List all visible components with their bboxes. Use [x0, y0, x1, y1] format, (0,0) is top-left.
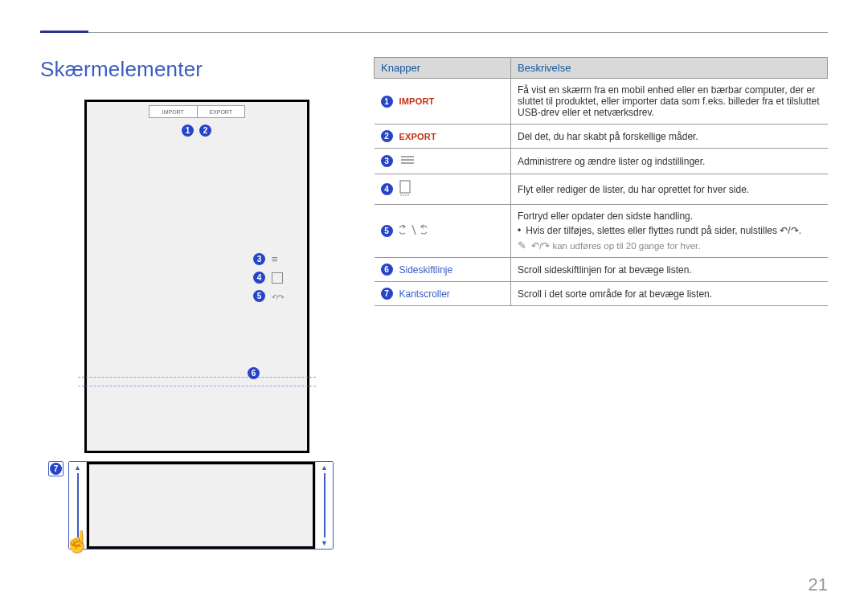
hamburger-icon: [399, 154, 416, 168]
table-row: 5: [375, 205, 828, 258]
row-desc: Del det, du har skabt på forskellige måd…: [511, 125, 828, 149]
th-buttons: Knapper: [375, 58, 511, 79]
undo-redo-icon: [272, 291, 283, 302]
sideskiftlinje-label: Sideskiftlinje: [399, 264, 453, 276]
diagram-import-export-tab: IMPORT EXPORT: [149, 105, 245, 118]
row5-bullet: Hvis der tilføjes, slettes eller flyttes…: [526, 225, 821, 236]
callout-7: 7: [50, 463, 62, 475]
page-icon: [272, 272, 283, 284]
callout-3: 3: [253, 253, 265, 265]
callout-2: 2: [199, 125, 211, 137]
section-heading: Skærmelementer: [40, 57, 342, 82]
row-desc: Scroll sideskiftlinjen for at bevæge lis…: [511, 258, 828, 282]
tab-export: EXPORT: [198, 109, 245, 115]
row-desc: Administrere og ændre lister og indstill…: [511, 149, 828, 174]
row-num: 6: [381, 264, 393, 276]
row-desc: Få vist en skærm fra en mobil enhed elle…: [511, 79, 828, 125]
export-label: EXPORT: [399, 132, 436, 141]
table-row: 1 IMPORT Få vist en skærm fra en mobil e…: [375, 79, 828, 125]
side-icons-group: 3 4 5: [253, 253, 283, 302]
buttons-table: Knapper Beskrivelse 1 IMPORT Få vist en …: [374, 57, 828, 306]
kantscroller-label: Kantscroller: [399, 288, 450, 300]
svg-line-5: [412, 225, 416, 235]
page-break-line: [78, 377, 316, 386]
screen-diagram: IMPORT EXPORT 1 2 3 4 5: [84, 100, 309, 453]
header-accent: [40, 31, 88, 33]
table-row: 3 Administrere og ændre lister og indsti…: [375, 149, 828, 174]
callout-1: 1: [182, 125, 194, 137]
callout-4: 4: [253, 272, 265, 284]
table-row: 2 EXPORT Del det, du har skabt på forske…: [375, 125, 828, 149]
table-row: 6 Sideskiftlinje Scroll sideskiftlinjen …: [375, 258, 828, 282]
callout-5: 5: [253, 290, 265, 302]
table-row: 4 Flyt eller rediger de lister, du har o…: [375, 174, 828, 205]
th-description: Beskrivelse: [511, 58, 828, 79]
row-num: 5: [381, 225, 393, 237]
hand-pointer-icon: ☝: [64, 534, 90, 549]
row-num: 4: [381, 183, 393, 195]
row-desc: Flyt eller rediger de lister, du har opr…: [511, 174, 828, 205]
row5-main: Fortryd eller opdater den sidste handlin…: [518, 210, 821, 222]
page-icon: [399, 180, 412, 198]
callout-6: 6: [248, 367, 260, 379]
row-num: 2: [381, 130, 393, 142]
tab-import: IMPORT: [149, 109, 197, 115]
row-num: 7: [381, 288, 393, 300]
import-label: IMPORT: [399, 96, 435, 106]
table-row: 7 Kantscroller Scroll i det sorte område…: [375, 282, 828, 306]
row-num: 1: [381, 96, 393, 108]
svg-rect-3: [400, 181, 410, 193]
hamburger-icon: [272, 254, 283, 265]
row5-note: ↶/↷ kan udføres op til 20 gange for hver…: [531, 240, 701, 251]
page-number: 21: [809, 574, 828, 595]
edge-scroller-diagram: ▲ ▼ ☝ ▲ ▼: [68, 461, 334, 550]
row-desc: Scroll i det sorte område for at bevæge …: [511, 282, 828, 306]
undo-redo-icon: [399, 223, 427, 239]
pencil-icon: ✎: [518, 239, 526, 251]
row-num: 3: [381, 155, 393, 167]
